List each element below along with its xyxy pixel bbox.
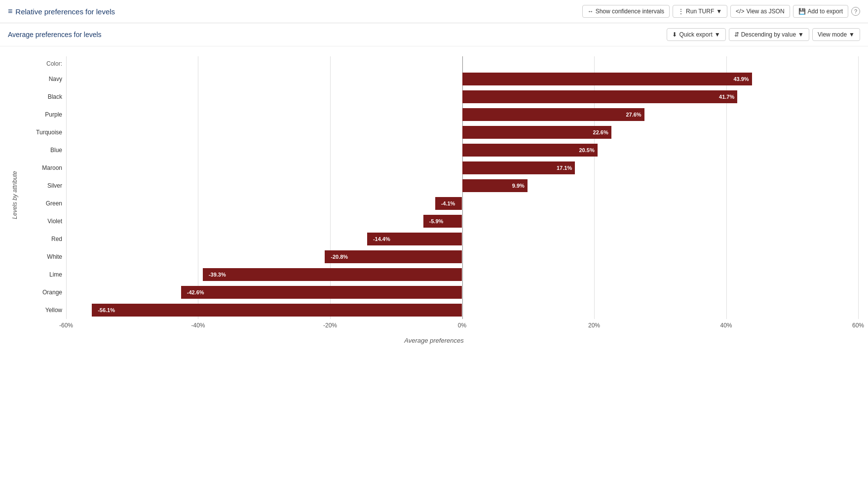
download-icon: ⬇ <box>672 31 677 38</box>
bar-value: -4.1% <box>438 200 458 206</box>
bar-row: 17.1% <box>66 160 858 176</box>
bar-row: 27.6% <box>66 107 858 122</box>
bar-silver: 9.9% <box>462 179 528 192</box>
bar-value: 17.1% <box>554 165 575 171</box>
bar-row: 20.5% <box>66 142 858 158</box>
header-actions: ↔ Show confidence intervals ⋮ Run TURF ▼… <box>582 5 860 18</box>
bar-yellow: -56.1% <box>92 304 462 317</box>
show-confidence-button[interactable]: ↔ Show confidence intervals <box>582 5 670 18</box>
bar-label-navy: Navy <box>22 71 66 87</box>
bar-maroon: 17.1% <box>462 161 575 174</box>
bar-value: 41.7% <box>716 94 737 100</box>
code-icon: </> <box>736 8 744 15</box>
bar-row: 9.9% <box>66 178 858 194</box>
chart-subtitle: Average preferences for levels <box>8 31 102 39</box>
bar-lime: -39.3% <box>203 268 462 281</box>
bar-value: 22.6% <box>590 129 611 135</box>
bar-row: -4.1% <box>66 196 858 211</box>
bar-value: -5.9% <box>426 218 447 224</box>
bar-violet: -5.9% <box>423 215 462 228</box>
bar-orange: -42.6% <box>181 286 462 299</box>
chevron-down-icon: ▼ <box>715 31 720 38</box>
chart-container: Levels by attribute Color:NavyBlackPurpl… <box>0 46 868 364</box>
bar-row: 43.9% <box>66 71 858 87</box>
bar-row: -20.8% <box>66 249 858 265</box>
bar-purple: 27.6% <box>462 108 644 121</box>
bar-white: -20.8% <box>325 250 462 263</box>
bar-value: -14.4% <box>370 236 393 242</box>
bar-blue: 20.5% <box>462 144 598 157</box>
bar-label-maroon: Maroon <box>22 160 66 176</box>
sort-button[interactable]: ⇵ Descending by value ▼ <box>729 28 809 41</box>
chart-icon: ≡ <box>8 7 12 16</box>
help-icon[interactable]: ? <box>851 7 860 16</box>
export-icon: 💾 <box>798 8 806 15</box>
bar-value: -39.3% <box>206 272 229 278</box>
chart-wrapper: Levels by attribute Color:NavyBlackPurpl… <box>10 56 858 334</box>
bar-black: 41.7% <box>462 90 738 103</box>
x-tick: 40% <box>720 322 732 329</box>
bar-value: 9.9% <box>509 183 528 189</box>
subheader-actions: ⬇ Quick export ▼ ⇵ Descending by value ▼… <box>667 28 860 41</box>
x-tick: -40% <box>191 322 205 329</box>
bar-label-orange: Orange <box>22 284 66 300</box>
bar-label-white: White <box>22 249 66 265</box>
bar-label-yellow: Yellow <box>22 302 66 318</box>
bar-row: 41.7% <box>66 89 858 105</box>
bar-turquoise: 22.6% <box>462 126 611 139</box>
bars-area: 43.9%41.7%27.6%22.6%20.5%17.1%9.9%-4.1%-… <box>66 56 858 334</box>
bar-value: -56.1% <box>95 307 118 313</box>
sub-header: Average preferences for levels ⬇ Quick e… <box>0 23 868 46</box>
bar-label-violet: Violet <box>22 213 66 229</box>
bars-group-spacer <box>66 56 858 71</box>
x-tick: 0% <box>458 322 466 329</box>
arrows-icon: ↔ <box>588 8 594 15</box>
bar-label-purple: Purple <box>22 107 66 122</box>
group-label: Color: <box>22 56 66 71</box>
bar-value: 43.9% <box>730 76 752 82</box>
x-tick: -20% <box>323 322 337 329</box>
x-tick: 20% <box>588 322 600 329</box>
turf-icon: ⋮ <box>678 8 684 15</box>
bar-green: -4.1% <box>435 197 462 210</box>
view-json-button[interactable]: </> View as JSON <box>730 5 790 18</box>
bar-label-red: Red <box>22 231 66 247</box>
chevron-down-icon: ▼ <box>798 31 804 38</box>
bar-row: 22.6% <box>66 124 858 140</box>
bar-row: -56.1% <box>66 302 858 318</box>
view-mode-button[interactable]: View mode ▼ <box>812 28 860 41</box>
bar-row: -14.4% <box>66 231 858 247</box>
page-title: ≡ Relative preferences for levels <box>8 7 115 16</box>
bar-label-green: Green <box>22 196 66 211</box>
bar-label-turquoise: Turquoise <box>22 124 66 140</box>
y-axis-label: Levels by attribute <box>11 171 18 219</box>
bar-row: -5.9% <box>66 213 858 229</box>
bar-label-black: Black <box>22 89 66 105</box>
bar-row: -39.3% <box>66 267 858 282</box>
bar-value: 20.5% <box>576 147 597 153</box>
bar-row: -42.6% <box>66 284 858 300</box>
quick-export-button[interactable]: ⬇ Quick export ▼ <box>667 28 725 41</box>
x-axis: -60%-40%-20%0%20%40%60% <box>66 322 858 334</box>
bar-value: -42.6% <box>184 289 207 295</box>
chevron-down-icon: ▼ <box>849 31 855 38</box>
x-axis-label: Average preferences <box>10 337 858 344</box>
top-header: ≡ Relative preferences for levels ↔ Show… <box>0 0 868 23</box>
x-tick: -60% <box>59 322 73 329</box>
bar-label-blue: Blue <box>22 142 66 158</box>
bar-navy: 43.9% <box>462 73 752 85</box>
run-turf-button[interactable]: ⋮ Run TURF ▼ <box>673 5 727 18</box>
x-tick: 60% <box>852 322 864 329</box>
sort-icon: ⇵ <box>734 31 739 38</box>
bar-red: -14.4% <box>367 233 462 245</box>
bar-label-silver: Silver <box>22 178 66 194</box>
labels-column: Color:NavyBlackPurpleTurquoiseBlueMaroon… <box>22 56 66 334</box>
bar-value: 27.6% <box>623 112 644 118</box>
bar-label-lime: Lime <box>22 267 66 282</box>
chevron-down-icon: ▼ <box>716 8 722 15</box>
y-axis-label-container: Levels by attribute <box>10 56 20 334</box>
bar-value: -20.8% <box>328 254 351 260</box>
add-to-export-button[interactable]: 💾 Add to export <box>793 5 848 18</box>
grid-line <box>858 56 859 319</box>
